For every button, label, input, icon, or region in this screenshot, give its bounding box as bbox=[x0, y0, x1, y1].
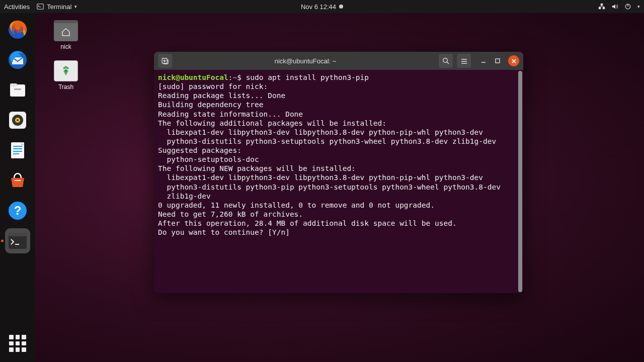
terminal-output: [sudo] password for nick:Reading package… bbox=[158, 82, 519, 237]
svg-point-14 bbox=[17, 119, 19, 121]
svg-rect-18 bbox=[13, 151, 22, 152]
terminal-app-icon bbox=[8, 232, 27, 249]
help-icon: ? bbox=[7, 200, 28, 221]
hamburger-icon bbox=[460, 57, 468, 65]
terminal-command: sudo apt install python3-pip bbox=[246, 73, 369, 81]
dock-show-apps[interactable] bbox=[5, 331, 30, 356]
desktop-home-label: nick bbox=[60, 43, 71, 50]
close-button[interactable] bbox=[508, 55, 519, 66]
terminal-output-line: Reading state information... Done bbox=[158, 110, 519, 119]
minimize-button[interactable] bbox=[480, 57, 487, 64]
terminal-output-line: Building dependency tree bbox=[158, 100, 519, 109]
new-tab-button[interactable] bbox=[158, 54, 172, 68]
svg-rect-34 bbox=[496, 59, 500, 63]
home-folder-icon bbox=[54, 20, 78, 41]
firefox-icon bbox=[7, 19, 28, 40]
trash-icon bbox=[54, 60, 78, 81]
dock-rhythmbox[interactable] bbox=[5, 108, 30, 133]
terminal-output-line: [sudo] password for nick: bbox=[158, 82, 519, 91]
menu-button[interactable] bbox=[457, 54, 471, 68]
search-icon bbox=[442, 57, 450, 65]
volume-icon[interactable] bbox=[611, 3, 618, 10]
network-icon[interactable] bbox=[598, 3, 605, 10]
app-menu[interactable]: Terminal ▾ bbox=[37, 3, 77, 11]
files-icon bbox=[7, 79, 28, 101]
svg-rect-0 bbox=[37, 4, 43, 10]
desktop-trash-label: Trash bbox=[58, 83, 73, 90]
chevron-down-icon: ▾ bbox=[74, 4, 77, 9]
terminal-output-line: libexpat1-dev libpython3-dev libpython3.… bbox=[158, 128, 519, 137]
terminal-output-line: The following additional packages will b… bbox=[158, 119, 519, 128]
desktop-trash[interactable]: Trash bbox=[48, 60, 84, 90]
minimize-icon bbox=[480, 58, 487, 64]
close-icon bbox=[511, 58, 517, 64]
terminal-output-line: Suggested packages: bbox=[158, 146, 519, 155]
svg-rect-17 bbox=[13, 148, 22, 149]
apps-grid-icon bbox=[9, 335, 26, 352]
notification-indicator-icon[interactable] bbox=[339, 5, 343, 9]
svg-rect-19 bbox=[13, 153, 19, 154]
terminal-output-line: After this operation, 28.4 MB of additio… bbox=[158, 219, 519, 228]
terminal-output-line: Do you want to continue? [Y/n] bbox=[158, 228, 519, 237]
terminal-output-line: zlib1g-dev bbox=[158, 192, 519, 201]
desktop-home-folder[interactable]: nick bbox=[48, 20, 84, 50]
software-icon bbox=[7, 170, 28, 191]
dock: ? bbox=[0, 13, 35, 362]
terminal-titlebar[interactable]: nick@ubuntuFocal: ~ bbox=[154, 52, 523, 70]
maximize-icon bbox=[495, 58, 501, 64]
terminal-output-line: python-setuptools-doc bbox=[158, 155, 519, 164]
svg-rect-20 bbox=[15, 180, 21, 181]
svg-line-29 bbox=[447, 62, 449, 64]
top-bar: Activities Terminal ▾ Nov 6 12:44 ▾ bbox=[0, 0, 644, 13]
dock-files[interactable] bbox=[5, 77, 30, 103]
terminal-output-line: Need to get 7,260 kB of archives. bbox=[158, 210, 519, 219]
dock-firefox[interactable] bbox=[5, 17, 30, 42]
svg-rect-9 bbox=[10, 83, 17, 86]
terminal-window: nick@ubuntuFocal: ~ nick@ubuntuFo bbox=[154, 52, 523, 293]
new-tab-icon bbox=[161, 57, 169, 65]
svg-rect-3 bbox=[601, 4, 603, 6]
terminal-output-line: python3-distutils python3-pip python3-se… bbox=[158, 183, 519, 192]
dock-help[interactable]: ? bbox=[5, 198, 30, 223]
svg-text:?: ? bbox=[14, 204, 22, 217]
desktop-icons: nick Trash bbox=[48, 20, 84, 90]
activities-button[interactable]: Activities bbox=[4, 3, 30, 11]
clock[interactable]: Nov 6 12:44 bbox=[301, 3, 336, 11]
terminal-output-line: 0 upgraded, 11 newly installed, 0 to rem… bbox=[158, 201, 519, 210]
music-icon bbox=[7, 110, 28, 131]
svg-rect-24 bbox=[9, 233, 27, 236]
terminal-output-line: python3-distutils python3-setuptools pyt… bbox=[158, 137, 519, 146]
dock-libreoffice[interactable] bbox=[5, 138, 30, 163]
svg-point-26 bbox=[65, 69, 67, 71]
terminal-icon bbox=[37, 3, 44, 10]
terminal-body[interactable]: nick@ubuntuFocal:~$ sudo apt install pyt… bbox=[154, 70, 523, 293]
svg-rect-16 bbox=[13, 146, 22, 147]
dock-software[interactable] bbox=[5, 168, 30, 193]
terminal-output-line: Reading package lists... Done bbox=[158, 91, 519, 100]
terminal-title: nick@ubuntuFocal: ~ bbox=[172, 57, 439, 65]
thunderbird-icon bbox=[7, 49, 28, 70]
maximize-button[interactable] bbox=[494, 57, 501, 64]
svg-point-28 bbox=[443, 58, 447, 62]
terminal-prompt-line: nick@ubuntuFocal:~$ sudo apt install pyt… bbox=[158, 73, 519, 82]
search-button[interactable] bbox=[439, 54, 453, 68]
dock-thunderbird[interactable] bbox=[5, 47, 30, 72]
terminal-output-line: libexpat1-dev libpython3-dev libpython3.… bbox=[158, 173, 519, 182]
svg-rect-2 bbox=[603, 7, 605, 9]
svg-rect-1 bbox=[599, 7, 601, 9]
power-icon[interactable] bbox=[624, 3, 631, 10]
app-menu-label: Terminal bbox=[47, 3, 71, 11]
dock-terminal[interactable] bbox=[5, 228, 30, 253]
terminal-output-line: The following NEW packages will be insta… bbox=[158, 164, 519, 173]
svg-rect-10 bbox=[14, 88, 21, 90]
document-icon bbox=[7, 140, 28, 161]
system-menu-chevron-icon[interactable]: ▾ bbox=[637, 4, 640, 9]
